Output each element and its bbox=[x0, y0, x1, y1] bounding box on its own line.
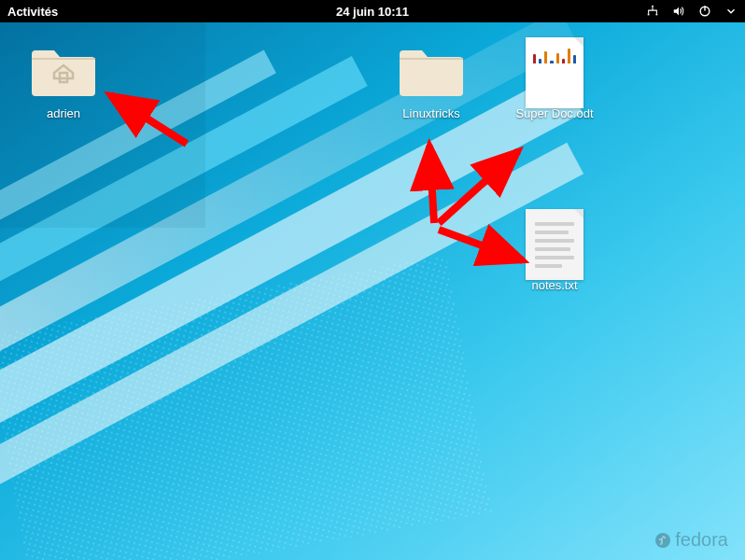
folder-home-adrien[interactable]: adrien bbox=[21, 37, 106, 122]
desktop-icon-label: Linuxtricks bbox=[399, 105, 463, 122]
folder-home-icon bbox=[26, 37, 101, 103]
topbar-datetime[interactable]: 24 juin 10:11 bbox=[336, 5, 409, 19]
network-icon[interactable] bbox=[646, 5, 659, 18]
text-file-icon bbox=[517, 209, 592, 274]
folder-linuxtricks[interactable]: Linuxtricks bbox=[388, 37, 474, 122]
svg-rect-9 bbox=[652, 6, 654, 7]
power-icon[interactable] bbox=[698, 5, 711, 18]
chevron-down-icon[interactable] bbox=[724, 5, 738, 18]
folder-icon bbox=[394, 37, 469, 103]
gnome-topbar: Activités 24 juin 10:11 bbox=[0, 0, 745, 22]
fedora-logo-text: fedora bbox=[675, 529, 728, 551]
system-tray[interactable] bbox=[646, 5, 738, 18]
svg-rect-11 bbox=[656, 14, 658, 16]
document-icon bbox=[517, 37, 592, 103]
svg-rect-10 bbox=[648, 14, 650, 16]
svg-rect-13 bbox=[704, 6, 705, 10]
volume-icon[interactable] bbox=[672, 5, 685, 18]
desktop-icon-label: adrien bbox=[43, 105, 84, 122]
file-notes-txt[interactable]: notes.txt bbox=[512, 209, 597, 294]
fedora-logo: fedora bbox=[654, 529, 728, 551]
desktop-area[interactable]: adrien Linuxtricks bbox=[0, 22, 745, 560]
file-super-doc-odt[interactable]: Super Doc.odt bbox=[512, 37, 597, 122]
activities-button[interactable]: Activités bbox=[7, 5, 58, 19]
